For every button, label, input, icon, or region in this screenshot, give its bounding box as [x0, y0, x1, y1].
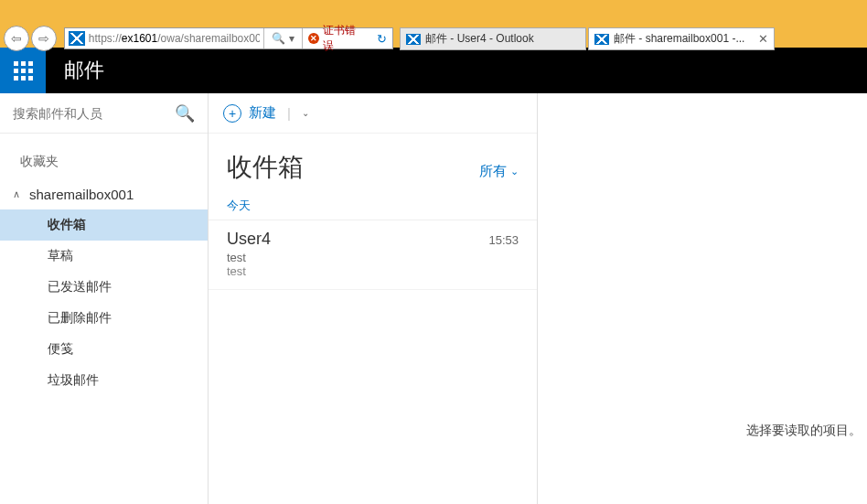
message-item[interactable]: User4 15:53 test test [209, 220, 537, 290]
nav-forward-button[interactable]: ⇨ [31, 26, 57, 51]
close-icon[interactable]: ✕ [758, 32, 768, 46]
site-mail-icon [69, 31, 85, 46]
address-url: https://ex1601/owa/sharemailbox00 [89, 32, 260, 45]
date-group-label: 今天 [209, 192, 537, 220]
message-preview: test [227, 264, 519, 278]
mail-icon [406, 34, 421, 45]
list-toolbar: + 新建 | ⌄ [209, 93, 537, 134]
folder-junk[interactable]: 垃圾邮件 [0, 365, 208, 396]
mail-icon [594, 34, 609, 45]
waffle-icon [14, 61, 33, 80]
nav-back-button[interactable]: ⇦ [4, 26, 29, 51]
browser-tabs: 邮件 - User4 - Outlook 邮件 - sharemailbox00… [400, 27, 775, 50]
plus-icon: + [223, 104, 241, 123]
mailbox-row[interactable]: ∧ sharemailbox001 [0, 179, 208, 209]
browser-tab[interactable]: 邮件 - User4 - Outlook [400, 27, 586, 50]
search-icon[interactable]: 🔍 [268, 32, 289, 45]
message-list-pane: + 新建 | ⌄ 收件箱 所有 ⌄ 今天 User4 15:53 test te… [209, 93, 538, 504]
new-button[interactable]: 新建 [249, 104, 276, 122]
folder-deleted[interactable]: 已删除邮件 [0, 303, 208, 334]
cert-error-badge[interactable]: ✕ 证书错误 [306, 23, 371, 54]
search-input[interactable] [13, 106, 175, 121]
browser-chrome: ⇦ ⇨ https://ex1601/owa/sharemailbox00 🔍 … [0, 0, 867, 48]
tab-label: 邮件 - sharemailbox001 -... [614, 31, 754, 47]
folder-inbox[interactable]: 收件箱 [0, 209, 208, 241]
app-title: 邮件 [64, 57, 104, 84]
message-subject: test [227, 251, 519, 264]
message-from: User4 [227, 230, 271, 249]
app-header: 邮件 [0, 48, 867, 93]
chevron-down-icon: ⌄ [510, 166, 519, 177]
reading-empty-text: 选择要读取的项目。 [746, 423, 862, 439]
reading-pane: 选择要读取的项目。 [538, 93, 867, 504]
app-launcher-button[interactable] [0, 48, 46, 93]
folder-notes[interactable]: 便笺 [0, 334, 208, 365]
favorites-label[interactable]: 收藏夹 [0, 134, 208, 179]
mailbox-name: sharemailbox001 [29, 187, 134, 202]
folder-pane: 🔍 收藏夹 ∧ sharemailbox001 收件箱 草稿 已发送邮件 已删除… [0, 93, 209, 504]
search-icon[interactable]: 🔍 [175, 103, 195, 123]
folder-title: 收件箱 [227, 150, 304, 185]
address-bar[interactable]: https://ex1601/owa/sharemailbox00 🔍 ▾ ✕ … [64, 27, 393, 49]
message-time: 15:53 [488, 233, 519, 247]
chevron-up-icon: ∧ [13, 188, 22, 200]
tab-label: 邮件 - User4 - Outlook [425, 31, 580, 47]
refresh-icon[interactable]: ↻ [371, 32, 392, 46]
folder-drafts[interactable]: 草稿 [0, 241, 208, 272]
filter-dropdown[interactable]: 所有 ⌄ [479, 163, 519, 180]
folder-sent[interactable]: 已发送邮件 [0, 272, 208, 303]
chevron-down-icon[interactable]: ⌄ [302, 108, 309, 118]
browser-tab[interactable]: 邮件 - sharemailbox001 -... ✕ [588, 27, 775, 50]
error-icon: ✕ [308, 33, 319, 44]
